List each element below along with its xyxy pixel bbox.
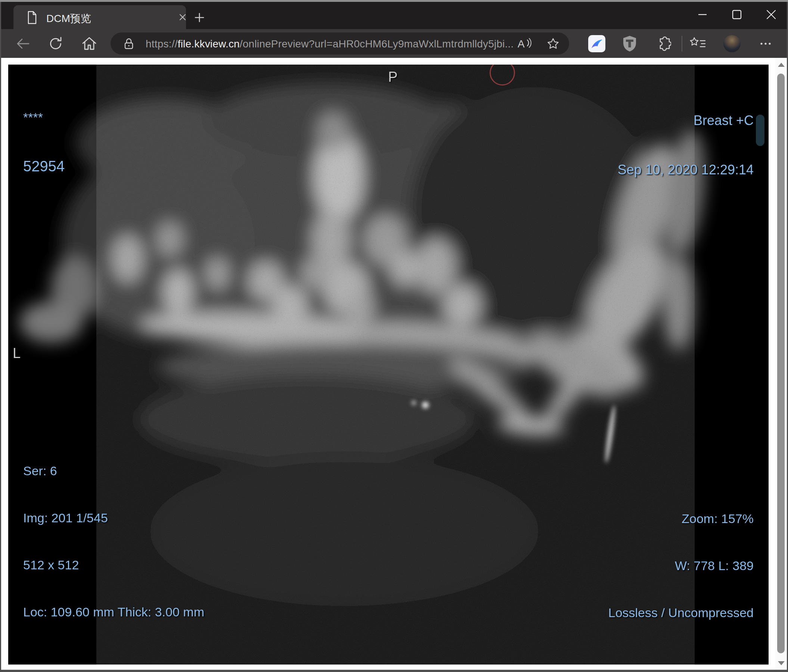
refresh-icon bbox=[48, 36, 64, 52]
zoom-level: Zoom: 157% bbox=[608, 511, 754, 526]
read-aloud-icon[interactable]: A bbox=[517, 37, 533, 51]
orientation-marker-left: L bbox=[13, 346, 21, 361]
ellipsis-icon bbox=[758, 36, 773, 51]
page-scrollbar[interactable] bbox=[775, 58, 787, 670]
refresh-button[interactable] bbox=[46, 34, 65, 53]
tab-close-icon[interactable] bbox=[178, 13, 187, 21]
svg-text:A: A bbox=[518, 38, 525, 50]
series-number: Ser: 6 bbox=[23, 463, 204, 479]
image-index: Img: 201 1/545 bbox=[23, 510, 204, 526]
study-datetime: Sep 10, 2020 12:29:14 bbox=[618, 162, 754, 178]
home-button[interactable] bbox=[80, 34, 98, 53]
slice-location: Loc: 109.60 mm Thick: 3.00 mm bbox=[23, 604, 204, 620]
back-button[interactable] bbox=[14, 34, 32, 53]
window-bottom-border bbox=[0, 670, 788, 672]
document-icon bbox=[27, 11, 37, 24]
window-level: W: 778 L: 389 bbox=[608, 558, 754, 574]
url-scheme: https:// bbox=[146, 38, 178, 50]
maximize-icon bbox=[731, 9, 742, 20]
home-icon bbox=[81, 36, 97, 52]
study-description: Breast +C bbox=[618, 113, 754, 129]
thunder-extension-button[interactable] bbox=[588, 35, 605, 52]
new-tab-button[interactable] bbox=[193, 11, 206, 24]
thunder-bird-icon bbox=[590, 37, 604, 51]
settings-menu-button[interactable] bbox=[756, 34, 775, 53]
overlay-bottom-left: Ser: 6 Img: 201 1/545 512 x 512 Loc: 109… bbox=[23, 431, 204, 651]
overlay-bottom-right: Zoom: 157% W: 778 L: 389 Lossless / Unco… bbox=[608, 479, 754, 652]
address-bar[interactable]: https://file.kkview.cn/onlinePreview?url… bbox=[111, 32, 569, 54]
puzzle-icon bbox=[655, 36, 671, 52]
close-icon bbox=[766, 9, 777, 20]
tampermonkey-extension-button[interactable] bbox=[620, 34, 639, 53]
url-text[interactable]: https://file.kkview.cn/onlinePreview?url… bbox=[146, 38, 514, 50]
minimize-button[interactable] bbox=[691, 2, 715, 27]
url-path: /onlinePreview?url=aHR0cHM6Ly9maWxlLmtrd… bbox=[240, 38, 514, 50]
back-arrow-icon bbox=[15, 36, 31, 52]
shield-t-icon bbox=[622, 35, 637, 52]
orientation-marker-posterior: P bbox=[384, 69, 401, 85]
dicom-viewport[interactable]: **** 52954 Breast +C Sep 10, 2020 12:29:… bbox=[8, 65, 769, 664]
image-matrix: 512 x 512 bbox=[23, 557, 204, 573]
extensions-button[interactable] bbox=[654, 34, 673, 53]
viewer-scroll-indicator[interactable] bbox=[756, 115, 764, 146]
screenshot-root: { "browser": { "tab_title": "DCM预览", "ur… bbox=[0, 0, 788, 672]
profile-avatar[interactable] bbox=[723, 35, 740, 52]
favorite-star-icon[interactable] bbox=[547, 37, 559, 50]
compression-info: Lossless / Uncompressed bbox=[608, 605, 754, 620]
browser-tab[interactable]: DCM预览 bbox=[13, 5, 186, 29]
url-host: file.kkview.cn bbox=[178, 38, 240, 50]
collections-button[interactable] bbox=[688, 34, 707, 53]
page-content: **** 52954 Breast +C Sep 10, 2020 12:29:… bbox=[1, 58, 787, 670]
minimize-icon bbox=[697, 9, 708, 20]
title-bar: DCM预览 bbox=[1, 2, 787, 29]
toolbar-divider bbox=[682, 36, 682, 52]
lock-icon[interactable] bbox=[124, 38, 134, 50]
maximize-button[interactable] bbox=[725, 2, 749, 27]
tab-title: DCM预览 bbox=[46, 11, 91, 26]
overlay-top-left: **** 52954 bbox=[23, 78, 65, 207]
scroll-down-arrow-icon[interactable] bbox=[778, 661, 785, 665]
overlay-top-right: Breast +C Sep 10, 2020 12:29:14 bbox=[618, 79, 754, 211]
patient-id-masked: **** bbox=[23, 109, 65, 125]
scroll-up-arrow-icon[interactable] bbox=[778, 63, 785, 67]
scrollbar-thumb[interactable] bbox=[777, 73, 785, 653]
navigation-toolbar: https://file.kkview.cn/onlinePreview?url… bbox=[1, 29, 787, 58]
patient-number: 52954 bbox=[23, 157, 65, 176]
favorites-list-star-icon bbox=[689, 36, 706, 51]
close-button[interactable] bbox=[759, 2, 783, 27]
